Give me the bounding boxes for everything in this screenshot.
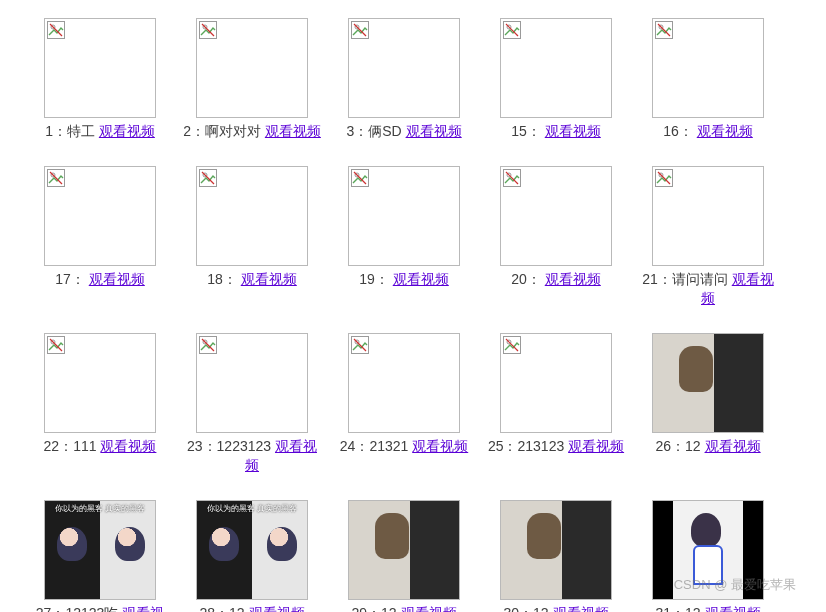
video-caption: 26：12 观看视频 <box>655 437 760 457</box>
video-thumbnail[interactable] <box>500 500 612 600</box>
video-caption: 17： 观看视频 <box>55 270 144 290</box>
video-thumbnail[interactable]: 你以为的黑客 真实的黑客 <box>196 500 308 600</box>
video-title: 12 <box>533 605 549 612</box>
video-title: 12123吃 <box>65 605 118 612</box>
broken-image-icon <box>348 333 460 433</box>
video-title: 21321 <box>369 438 408 454</box>
video-grid: 1：特工 观看视频2：啊对对对 观看视频3：俩SD 观看视频15： 观看视频16… <box>24 18 802 612</box>
watch-video-link[interactable]: 观看视频 <box>99 123 155 139</box>
video-id: 20 <box>511 271 527 287</box>
video-id: 27 <box>36 605 52 612</box>
video-title: 12 <box>229 605 245 612</box>
watch-video-link[interactable]: 观看视频 <box>697 123 753 139</box>
video-id: 21 <box>642 271 658 287</box>
video-item: 你以为的黑客 真实的黑客27：12123吃 观看视频 <box>24 500 176 612</box>
video-id: 18 <box>207 271 223 287</box>
video-id: 24 <box>340 438 356 454</box>
broken-image-icon <box>348 18 460 118</box>
watch-video-link[interactable]: 观看视频 <box>705 438 761 454</box>
video-title: 213123 <box>517 438 564 454</box>
video-caption: 18： 观看视频 <box>207 270 296 290</box>
watch-video-link[interactable]: 观看视频 <box>412 438 468 454</box>
video-id: 15 <box>511 123 527 139</box>
broken-image-icon <box>348 166 460 266</box>
video-title: 啊对对对 <box>205 123 261 139</box>
watch-video-link[interactable]: 观看视频 <box>100 438 156 454</box>
video-item: 22：111 观看视频 <box>24 333 176 476</box>
video-item: 你以为的黑客 真实的黑客28：12 观看视频 <box>176 500 328 612</box>
video-item: 19： 观看视频 <box>328 166 480 309</box>
video-id: 31 <box>655 605 671 612</box>
video-caption: 28：12 观看视频 <box>199 604 304 612</box>
video-thumbnail[interactable] <box>348 500 460 600</box>
video-caption: 30：12 观看视频 <box>503 604 608 612</box>
watch-video-link[interactable]: 观看视频 <box>265 123 321 139</box>
broken-image-icon <box>500 166 612 266</box>
video-caption: 3：俩SD 观看视频 <box>346 122 461 142</box>
video-item: 25：213123 观看视频 <box>480 333 632 476</box>
broken-image-icon <box>196 18 308 118</box>
video-title: 俩SD <box>368 123 401 139</box>
video-item: 15： 观看视频 <box>480 18 632 142</box>
watch-video-link[interactable]: 观看视频 <box>568 438 624 454</box>
video-id: 1 <box>45 123 53 139</box>
video-thumbnail[interactable] <box>652 333 764 433</box>
video-title: 请问请问 <box>672 271 728 287</box>
watch-video-link[interactable]: 观看视频 <box>705 605 761 612</box>
watch-video-link[interactable]: 观看视频 <box>89 271 145 287</box>
broken-image-icon <box>500 333 612 433</box>
video-id: 23 <box>187 438 203 454</box>
video-caption: 31：12 观看视频 <box>655 604 760 612</box>
broken-image-icon <box>652 18 764 118</box>
video-caption: 23：1223123 观看视频 <box>182 437 322 476</box>
video-item: 31：12 观看视频 <box>632 500 784 612</box>
watch-video-link[interactable]: 观看视频 <box>393 271 449 287</box>
video-item: 30：12 观看视频 <box>480 500 632 612</box>
video-title: 12 <box>381 605 397 612</box>
broken-image-icon <box>44 333 156 433</box>
video-item: 16： 观看视频 <box>632 18 784 142</box>
video-caption: 24：21321 观看视频 <box>340 437 468 457</box>
watch-video-link[interactable]: 观看视频 <box>401 605 457 612</box>
video-caption: 21：请问请问 观看视频 <box>638 270 778 309</box>
video-title: 1223123 <box>217 438 272 454</box>
video-caption: 19： 观看视频 <box>359 270 448 290</box>
broken-image-icon <box>44 166 156 266</box>
video-caption: 1：特工 观看视频 <box>45 122 155 142</box>
broken-image-icon <box>44 18 156 118</box>
watch-video-link[interactable]: 观看视频 <box>553 605 609 612</box>
video-id: 17 <box>55 271 71 287</box>
video-caption: 27：12123吃 观看视频 <box>30 604 170 612</box>
video-id: 25 <box>488 438 504 454</box>
broken-image-icon <box>652 166 764 266</box>
video-caption: 22：111 观看视频 <box>44 437 157 457</box>
video-id: 3 <box>346 123 354 139</box>
video-title: 12 <box>685 605 701 612</box>
video-title: 111 <box>73 438 96 454</box>
watch-video-link[interactable]: 观看视频 <box>545 123 601 139</box>
broken-image-icon <box>196 166 308 266</box>
watch-video-link[interactable]: 观看视频 <box>249 605 305 612</box>
video-item: 1：特工 观看视频 <box>24 18 176 142</box>
video-thumbnail[interactable]: 你以为的黑客 真实的黑客 <box>44 500 156 600</box>
video-caption: 29：12 观看视频 <box>351 604 456 612</box>
video-title: 特工 <box>67 123 95 139</box>
video-caption: 16： 观看视频 <box>663 122 752 142</box>
video-id: 16 <box>663 123 679 139</box>
video-item: 20： 观看视频 <box>480 166 632 309</box>
video-caption: 15： 观看视频 <box>511 122 600 142</box>
video-item: 17： 观看视频 <box>24 166 176 309</box>
video-item: 3：俩SD 观看视频 <box>328 18 480 142</box>
watch-video-link[interactable]: 观看视频 <box>406 123 462 139</box>
video-item: 23：1223123 观看视频 <box>176 333 328 476</box>
video-thumbnail[interactable] <box>652 500 764 600</box>
video-id: 2 <box>183 123 191 139</box>
video-id: 29 <box>351 605 367 612</box>
video-item: 18： 观看视频 <box>176 166 328 309</box>
video-caption: 25：213123 观看视频 <box>488 437 624 457</box>
video-caption: 20： 观看视频 <box>511 270 600 290</box>
video-id: 26 <box>655 438 671 454</box>
watch-video-link[interactable]: 观看视频 <box>241 271 297 287</box>
video-item: 24：21321 观看视频 <box>328 333 480 476</box>
watch-video-link[interactable]: 观看视频 <box>545 271 601 287</box>
